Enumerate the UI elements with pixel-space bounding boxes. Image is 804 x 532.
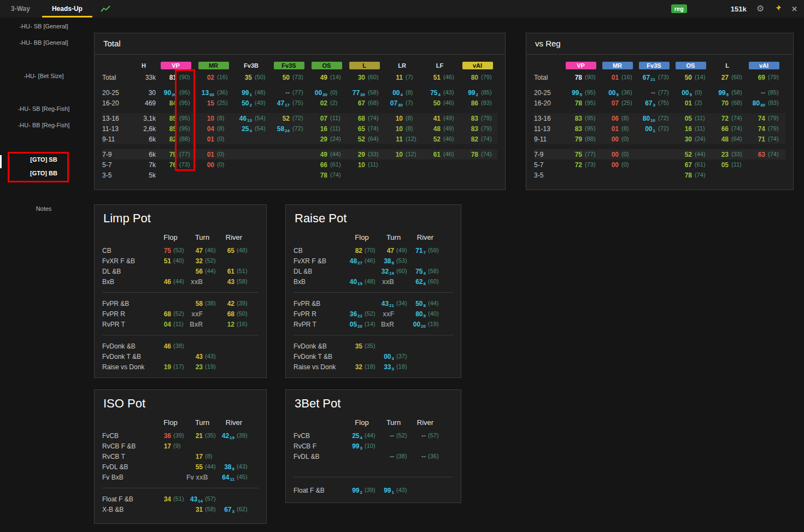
stat-cell[interactable]: 49(14)	[308, 74, 345, 81]
column-header-vAI[interactable]: vAI	[749, 62, 779, 69]
stat-cell[interactable]: 78(74)	[672, 172, 709, 179]
stat-cell[interactable]: 00(0)	[599, 135, 636, 143]
stat-cell[interactable]: 333(18)	[378, 363, 409, 371]
stat-cell[interactable]: 992(39)	[346, 487, 378, 494]
stat-cell[interactable]: --(77)	[270, 89, 308, 97]
stat-cell[interactable]: 81(90)	[157, 74, 195, 81]
stat-cell[interactable]: 12(16)	[218, 321, 250, 328]
column-header-L[interactable]: L	[725, 62, 729, 69]
stat-cell[interactable]: 005(0)	[672, 89, 709, 97]
stat-cell[interactable]: 23(19)	[186, 363, 218, 371]
stat-cell[interactable]: 50(46)	[421, 99, 459, 107]
column-header-Fv3S[interactable]: Fv3S	[274, 62, 304, 69]
stat-cell[interactable]: 754(43)	[421, 89, 459, 97]
stat-cell[interactable]: 42(39)	[218, 300, 250, 308]
stat-cell[interactable]: 84(95)	[157, 99, 195, 107]
stat-cell[interactable]: 4219(39)	[218, 432, 250, 440]
stat-cell[interactable]: 0730(7)	[383, 99, 421, 107]
stat-cell[interactable]: 23(33)	[709, 151, 746, 158]
stat-cell[interactable]: 001(72)	[636, 125, 672, 133]
stat-cell[interactable]: 16(11)	[672, 125, 709, 133]
stat-cell[interactable]: 01(0)	[195, 151, 232, 158]
stat-cell[interactable]: 19(17)	[155, 363, 186, 371]
stat-cell[interactable]: 388(43)	[218, 463, 250, 471]
stat-cell[interactable]: 74(79)	[746, 125, 782, 133]
stat-cell[interactable]: 754(58)	[409, 268, 441, 275]
stat-cell[interactable]: 254(44)	[346, 432, 378, 440]
stat-cell[interactable]: 34(51)	[155, 495, 186, 503]
stat-cell[interactable]: 07(11)	[308, 115, 345, 122]
stat-cell[interactable]: 10(8)	[383, 125, 421, 133]
stat-cell[interactable]: BxR	[378, 321, 409, 328]
stat-cell[interactable]: 83(79)	[459, 125, 496, 133]
column-header-OS[interactable]: OS	[676, 62, 706, 69]
stat-cell[interactable]: 48(64)	[709, 135, 746, 143]
close-icon[interactable]: ✕	[791, 5, 797, 13]
column-header-VP[interactable]: VP	[161, 62, 191, 69]
stat-cell[interactable]: 79(88)	[562, 135, 599, 143]
stat-cell[interactable]: 003(37)	[378, 353, 409, 360]
stat-cell[interactable]: 43(58)	[218, 278, 250, 286]
stat-cell[interactable]: xxF	[186, 310, 218, 318]
chart-icon[interactable]	[93, 0, 118, 17]
stat-cell[interactable]: 75(77)	[562, 151, 599, 158]
stat-cell[interactable]: 65(74)	[345, 125, 383, 133]
stat-cell[interactable]: 17(9)	[155, 442, 186, 450]
stat-cell[interactable]: 63(74)	[746, 151, 782, 158]
stat-cell[interactable]: 17(8)	[186, 453, 218, 460]
stat-cell[interactable]: 80(79)	[459, 74, 496, 81]
stat-cell[interactable]: 68(52)	[155, 310, 186, 318]
stat-cell[interactable]: 51(46)	[421, 74, 459, 81]
stat-cell[interactable]: 47(46)	[186, 247, 218, 255]
column-header-Fv3S[interactable]: Fv3S	[639, 62, 670, 69]
stat-cell[interactable]: 52(64)	[345, 135, 383, 143]
stat-cell[interactable]: 78(90)	[562, 74, 599, 81]
stat-cell[interactable]: 70(68)	[709, 99, 746, 107]
stat-cell[interactable]: 628(60)	[409, 278, 441, 286]
stat-cell[interactable]: 717(59)	[409, 247, 441, 255]
stat-cell[interactable]: 7730(58)	[345, 89, 383, 97]
stat-cell[interactable]: 6411(45)	[218, 474, 250, 481]
column-header-VP[interactable]: VP	[566, 62, 596, 69]
stat-cell[interactable]: 991(48)	[232, 89, 270, 97]
stat-cell[interactable]: 04(8)	[195, 125, 232, 133]
stat-cell[interactable]: --(77)	[636, 89, 672, 97]
stat-cell[interactable]: 10(11)	[345, 161, 383, 169]
stat-cell[interactable]: 8030(83)	[746, 99, 782, 107]
reg-badge[interactable]: reg	[671, 4, 687, 13]
stat-cell[interactable]: 0520(14)	[346, 321, 378, 328]
stat-cell[interactable]: 51(40)	[155, 257, 186, 265]
stat-cell[interactable]: 508(44)	[409, 300, 441, 308]
stat-cell[interactable]: 68(50)	[218, 310, 250, 318]
stat-cell[interactable]: 4717(75)	[270, 99, 308, 107]
stat-cell[interactable]: 46(44)	[155, 278, 186, 286]
column-header-MR[interactable]: MR	[198, 62, 229, 69]
stat-cell[interactable]: Fv xxB	[186, 474, 218, 481]
stat-cell[interactable]: 49(44)	[308, 151, 345, 158]
stat-cell[interactable]: 66(74)	[709, 125, 746, 133]
stat-cell[interactable]: 388(53)	[378, 257, 409, 265]
gear-icon[interactable]: ⚙	[756, 4, 764, 13]
stat-cell[interactable]: 35(35)	[346, 342, 378, 350]
stat-cell[interactable]: 10(12)	[383, 151, 421, 158]
stat-cell[interactable]: 55(44)	[186, 463, 218, 471]
column-header-LR[interactable]: LR	[398, 62, 406, 69]
stat-cell[interactable]: 01(16)	[599, 74, 636, 81]
stat-cell[interactable]: 06(8)	[599, 115, 636, 122]
stat-cell[interactable]: 15(25)	[195, 99, 232, 107]
stat-cell[interactable]: 47(49)	[378, 247, 409, 255]
stat-cell[interactable]: --(85)	[746, 89, 782, 97]
column-header-H[interactable]: H	[142, 62, 146, 69]
stat-cell[interactable]: 10(8)	[195, 115, 232, 122]
stat-cell[interactable]: 72(73)	[562, 161, 599, 169]
stat-cell[interactable]: 52(46)	[421, 135, 459, 143]
stat-cell[interactable]: 48(49)	[421, 125, 459, 133]
stat-cell[interactable]: 35(50)	[232, 74, 270, 81]
stat-cell[interactable]: 27(60)	[709, 74, 746, 81]
stat-cell[interactable]: xxF	[378, 310, 409, 318]
stat-cell[interactable]: 58(38)	[186, 300, 218, 308]
column-header-vAI[interactable]: vAI	[462, 62, 493, 69]
stat-cell[interactable]: 0020(19)	[409, 321, 441, 328]
stat-cell[interactable]: 36(39)	[155, 432, 186, 440]
tab-3way[interactable]: 3-Way	[0, 0, 41, 17]
